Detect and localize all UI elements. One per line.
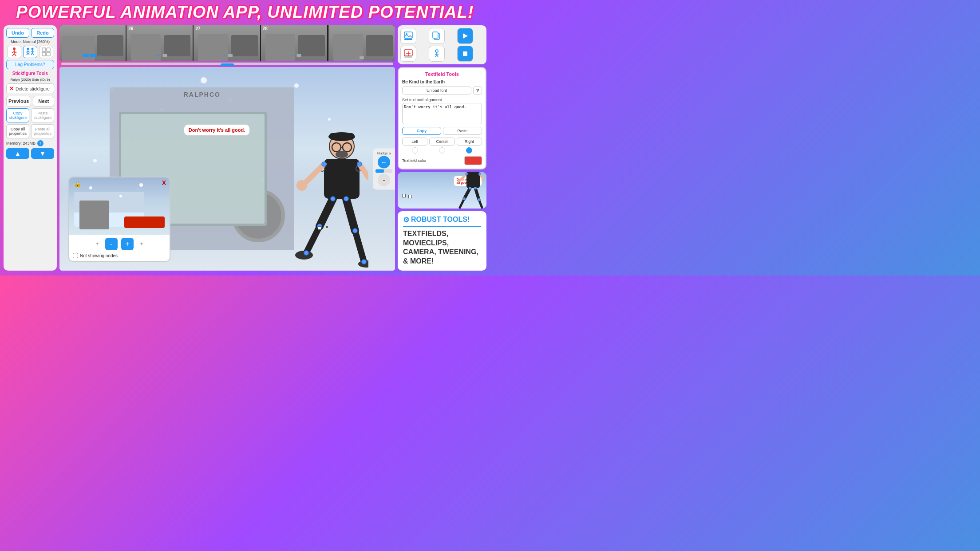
mini-plus-button[interactable]: + <box>121 238 134 250</box>
svg-rect-18 <box>42 48 46 51</box>
scene-edit-button[interactable] <box>400 46 416 62</box>
help-question-button[interactable]: ? <box>473 86 482 95</box>
redo-button[interactable]: Redo <box>31 28 54 38</box>
selection-dot <box>326 226 328 228</box>
mini-close-button[interactable]: X <box>162 179 166 186</box>
preview-handle-2 <box>408 195 412 198</box>
robust-icon: ⚙ <box>403 216 409 224</box>
mini-snow-3 <box>139 183 143 187</box>
filmstrip-frame-27[interactable]: 27 → <box>194 25 260 61</box>
copy-paste-row: Copy stickfigure Paste stickfigure <box>6 108 54 122</box>
copy-frame-button[interactable] <box>429 28 445 44</box>
stop-button[interactable] <box>457 46 473 62</box>
svg-point-41 <box>322 162 326 166</box>
stickfigure-single-icon[interactable] <box>7 46 21 58</box>
memory-help-button[interactable]: ? <box>37 140 43 146</box>
play-button[interactable] <box>457 28 473 44</box>
svg-rect-24 <box>329 133 354 138</box>
svg-point-46 <box>353 228 357 233</box>
node-label: Not showing nodes <box>80 253 118 258</box>
selection-handle <box>318 226 321 230</box>
svg-line-5 <box>14 54 16 56</box>
svg-line-71 <box>464 188 470 199</box>
mini-minus-button[interactable]: - <box>105 238 118 250</box>
alignment-dot-row <box>402 147 482 153</box>
frame-28-number: 28 <box>263 26 268 31</box>
svg-point-47 <box>304 251 308 255</box>
svg-rect-21 <box>47 52 50 56</box>
stickfigure-tools-title: Stickfigure Tools <box>6 71 54 76</box>
nudge-minus-button[interactable]: - <box>378 173 390 186</box>
mini-snow-1 <box>89 186 92 189</box>
mini-expand-left[interactable]: + <box>93 240 102 248</box>
next-button[interactable]: Next <box>33 96 54 106</box>
svg-line-38 <box>355 231 364 262</box>
svg-line-36 <box>306 226 320 253</box>
text-textarea[interactable]: Don't worry it's all good. <box>402 103 482 124</box>
copy-stickfigure-button[interactable]: Copy stickfigure <box>6 108 29 122</box>
svg-line-35 <box>320 199 333 226</box>
speech-bubble: Don't worry it's all good. <box>184 124 250 136</box>
move-up-button[interactable]: ▲ <box>6 148 29 159</box>
unload-font-button[interactable]: Unload font <box>402 87 471 94</box>
snow-9 <box>201 77 207 83</box>
align-dot-right[interactable] <box>466 147 472 153</box>
color-swatch[interactable] <box>464 156 482 165</box>
snow-7 <box>328 118 331 121</box>
robust-tools-card: ⚙ ROBUST TOOLS! TEXTFIELDS, MOVIECLIPS, … <box>398 211 486 271</box>
nudge-progress <box>375 169 384 173</box>
svg-point-12 <box>32 48 34 50</box>
stickfig-copy-button[interactable] <box>429 46 445 62</box>
move-down-button[interactable]: ▼ <box>31 148 54 159</box>
svg-point-80 <box>478 198 480 201</box>
robust-title: ⚙ ROBUST TOOLS! <box>403 216 481 224</box>
svg-rect-20 <box>42 52 46 56</box>
filmstrip-frame-prev[interactable]: → <box>59 25 126 61</box>
paste-stickfigure-button[interactable]: Paste stickfigure <box>31 108 54 122</box>
app-header: POWERFUL ANIMATION APP, UNLIMITED POTENT… <box>0 0 490 24</box>
svg-point-28 <box>336 151 348 158</box>
scene-grid-icon[interactable] <box>39 46 53 58</box>
textfield-tools-title: Textfield Tools <box>402 71 482 77</box>
canvas-area: RALPHCO Don't worry it's all good. <box>59 67 395 271</box>
filmstrip-frame-26[interactable]: 26 ♪ → <box>126 25 193 61</box>
svg-point-44 <box>344 197 348 201</box>
filmstrip-frame-next[interactable] <box>328 25 395 61</box>
previous-button[interactable]: Previous <box>6 96 31 106</box>
timeline-scrollbar[interactable] <box>61 63 393 65</box>
align-left-button[interactable]: Left <box>402 138 427 146</box>
node-checkbox[interactable] <box>73 253 78 258</box>
lock-icon: 🔒 <box>74 180 81 187</box>
lag-problems-button[interactable]: Lag Problems? <box>6 60 54 69</box>
align-right-button[interactable]: Right <box>457 138 482 146</box>
svg-line-37 <box>346 199 355 231</box>
align-center-button[interactable]: Center <box>429 138 454 146</box>
delete-stickfigure-button[interactable]: ✕ Delete stickfigure <box>6 83 54 94</box>
svg-rect-53 <box>433 32 438 38</box>
scene-image-button[interactable] <box>400 28 416 44</box>
mini-expand-right[interactable]: + <box>137 240 146 248</box>
svg-line-72 <box>460 199 464 208</box>
align-dot-center[interactable] <box>439 147 445 153</box>
svg-point-48 <box>362 260 366 264</box>
unload-row: Unload font ? <box>402 86 482 95</box>
align-dot-left[interactable] <box>412 147 418 153</box>
tf-paste-button[interactable]: Paste <box>443 127 482 135</box>
stickfigure-name: Ralph (2020) Side (ID: 9) <box>6 78 54 82</box>
undo-button[interactable]: Undo <box>6 28 29 38</box>
filmstrip: → 26 ♪ → 27 <box>59 25 395 61</box>
svg-line-10 <box>27 53 28 55</box>
delete-x-icon: ✕ <box>9 86 14 92</box>
textfield-tools-panel: Textfield Tools Be Kind to the Earth Unl… <box>398 67 486 169</box>
preview-handle-1 <box>402 194 406 197</box>
nudge-left-button[interactable]: ← <box>378 156 390 168</box>
stickfigure-group-icon[interactable] <box>23 46 37 58</box>
svg-line-17 <box>32 53 34 55</box>
svg-rect-49 <box>404 32 412 38</box>
left-panel: Undo Redo Mode: Normal (260%) <box>4 25 57 271</box>
paste-all-button[interactable]: Paste all properites <box>31 124 54 138</box>
preview-stickfigure <box>449 172 484 209</box>
filmstrip-frame-28[interactable]: 28 ♪ → <box>261 25 327 61</box>
copy-all-button[interactable]: Copy all properties <box>6 124 29 138</box>
tf-copy-button[interactable]: Copy <box>402 127 441 135</box>
